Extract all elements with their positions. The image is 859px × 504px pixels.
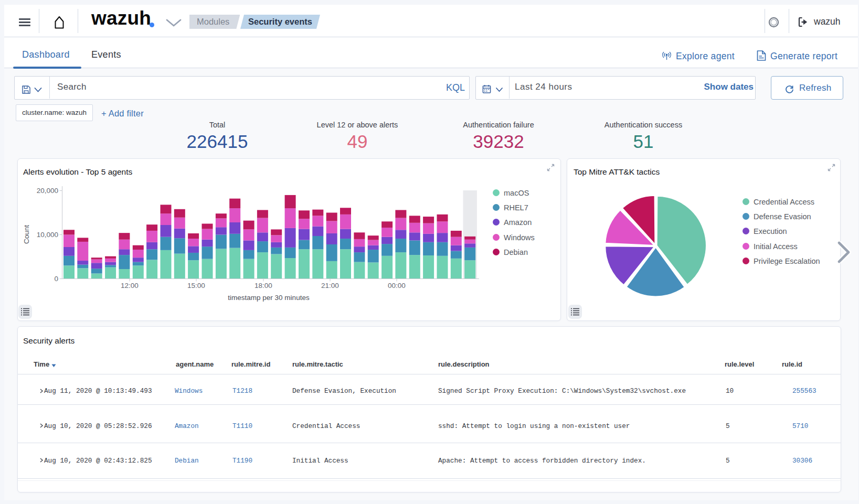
- svg-text:20,000: 20,000: [37, 187, 58, 195]
- svg-text:21:00: 21:00: [321, 282, 339, 289]
- svg-text:15:00: 15:00: [187, 282, 205, 289]
- svg-text:Count: Count: [23, 225, 30, 244]
- svg-text:12:00: 12:00: [121, 282, 139, 289]
- svg-text:18:00: 18:00: [254, 282, 272, 289]
- svg-text:00:00: 00:00: [388, 282, 406, 289]
- svg-text:0: 0: [54, 275, 58, 283]
- svg-text:timestamp per 30 minutes: timestamp per 30 minutes: [228, 294, 310, 302]
- svg-text:10,000: 10,000: [37, 231, 58, 239]
